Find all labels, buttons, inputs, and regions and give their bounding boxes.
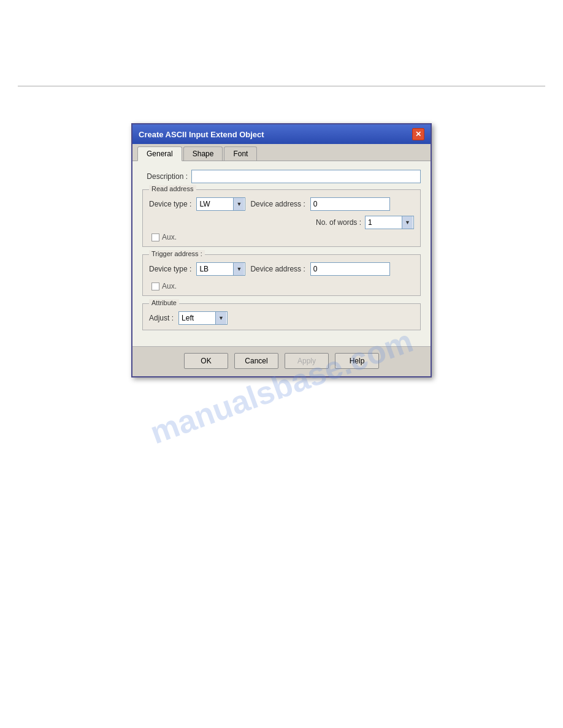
read-device-row: Device type : LW LB RW RB ▼ Device (149, 197, 414, 211)
read-device-type-select-wrap: LW LB RW RB ▼ (196, 197, 245, 211)
read-words-row: No. of words : 1 2 4 8 ▼ (149, 216, 414, 229)
read-device-type-label: Device type : (149, 200, 191, 208)
read-device-address-label: Device address : (250, 200, 305, 208)
read-words-select[interactable]: 1 2 4 8 (365, 216, 414, 229)
dialog-title: Create ASCII Input Extend Object (139, 130, 264, 139)
trigger-address-legend: Trigger address : (149, 250, 205, 257)
read-aux-checkbox[interactable] (151, 233, 159, 241)
help-button[interactable]: Help (335, 353, 379, 369)
dialog-buttons: OK Cancel Apply Help (132, 346, 431, 376)
description-row: Description : (142, 170, 421, 183)
read-words-label: No. of words : (316, 218, 361, 227)
attribute-legend: Attribute (149, 299, 179, 306)
apply-button[interactable]: Apply (285, 353, 329, 369)
description-label: Description : (142, 172, 191, 181)
cancel-button[interactable]: Cancel (234, 353, 278, 369)
close-button[interactable]: ✕ (412, 128, 424, 140)
trigger-device-type-label: Device type : (149, 265, 191, 273)
read-aux-label: Aux. (162, 233, 177, 241)
attribute-row: Adjust : Left Center Right ▼ (149, 311, 414, 325)
read-device-type-select[interactable]: LW LB RW RB (196, 197, 245, 211)
dialog-window: Create ASCII Input Extend Object ✕ Gener… (131, 123, 432, 377)
dialog-body: Description : Read address Device type :… (132, 161, 431, 346)
ok-button[interactable]: OK (184, 353, 228, 369)
tabs-bar: General Shape Font (132, 144, 431, 161)
adjust-label: Adjust : (149, 314, 174, 322)
read-aux-row: Aux. (149, 233, 414, 241)
trigger-address-group: Trigger address : Device type : LB LW RB… (142, 254, 421, 296)
trigger-device-row: Device type : LB LW RB RW ▼ Device (149, 262, 414, 276)
adjust-select[interactable]: Left Center Right (178, 311, 228, 325)
trigger-aux-checkbox[interactable] (151, 282, 159, 290)
read-address-legend: Read address (149, 185, 196, 192)
top-divider (18, 86, 545, 86)
tab-font[interactable]: Font (224, 146, 257, 161)
trigger-aux-label: Aux. (162, 282, 177, 290)
tab-general[interactable]: General (137, 146, 182, 161)
attribute-group: Attribute Adjust : Left Center Right ▼ (142, 303, 421, 330)
read-words-select-wrap: 1 2 4 8 ▼ (365, 216, 414, 229)
trigger-device-address-label: Device address : (250, 265, 305, 273)
tab-shape[interactable]: Shape (183, 146, 223, 161)
dialog-titlebar: Create ASCII Input Extend Object ✕ (132, 124, 431, 144)
read-address-group: Read address Device type : LW LB RW RB (142, 189, 421, 247)
trigger-device-type-select[interactable]: LB LW RB RW (196, 262, 245, 276)
trigger-device-type-select-wrap: LB LW RB RW ▼ (196, 262, 245, 276)
adjust-select-wrap: Left Center Right ▼ (178, 311, 228, 325)
trigger-aux-row: Aux. (149, 282, 414, 290)
read-device-address-input[interactable] (310, 197, 390, 211)
description-input[interactable] (191, 170, 421, 183)
trigger-device-address-input[interactable] (310, 262, 390, 276)
